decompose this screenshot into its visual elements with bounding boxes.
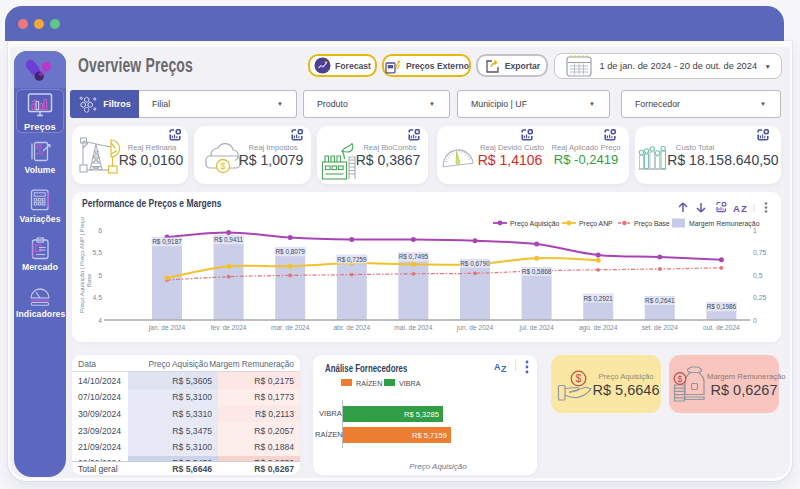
svg-text:$: $ <box>576 372 582 384</box>
svg-text:jun. de 2024: jun. de 2024 <box>456 324 494 332</box>
svg-text:Preço Aquisição | Preço ANP |: Preço Aquisição | Preço ANP | Preço <box>79 216 85 313</box>
svg-text:A: A <box>733 203 740 214</box>
svg-text:jul. de 2024: jul. de 2024 <box>519 324 554 332</box>
svg-text:$: $ <box>678 374 683 384</box>
svg-text:R$ 0,7259: R$ 0,7259 <box>337 256 367 263</box>
svg-text:0,75: 0,75 <box>753 249 766 256</box>
svg-text:Base: Base <box>86 273 92 287</box>
svg-text:Margem Remuneração: Margem Remuneração <box>689 220 760 228</box>
svg-text:R$ 0,2921: R$ 0,2921 <box>583 295 613 302</box>
svg-text:Preço ANP: Preço ANP <box>579 220 613 228</box>
svg-text:0,5: 0,5 <box>753 272 763 279</box>
svg-text:Preço Aquisição: Preço Aquisição <box>510 220 560 228</box>
svg-text:R$ 0,6790: R$ 0,6790 <box>460 260 490 267</box>
svg-text:5: 5 <box>98 272 102 279</box>
svg-text:R$ 0,5868: R$ 0,5868 <box>522 268 552 275</box>
svg-text:1: 1 <box>753 227 757 234</box>
svg-text:mai. de 2024: mai. de 2024 <box>394 324 432 331</box>
svg-text:R$ 0,2641: R$ 0,2641 <box>645 297 675 304</box>
svg-text:4: 4 <box>98 317 102 324</box>
svg-text:fev. de 2024: fev. de 2024 <box>211 324 247 331</box>
svg-text:4,5: 4,5 <box>93 294 103 301</box>
svg-text:Preço Base: Preço Base <box>634 220 670 228</box>
svg-text:R$ 0,8079: R$ 0,8079 <box>275 248 305 255</box>
svg-text:R$ 0,9187: R$ 0,9187 <box>152 238 182 245</box>
svg-text:set. de 2024: set. de 2024 <box>642 324 679 331</box>
svg-text:out. de 2024: out. de 2024 <box>703 324 740 331</box>
svg-text:0: 0 <box>753 317 757 324</box>
svg-text:jan. de 2024: jan. de 2024 <box>148 324 186 332</box>
svg-text:ago. de 2024: ago. de 2024 <box>579 324 618 332</box>
svg-text:R$ 0,9411: R$ 0,9411 <box>214 236 243 243</box>
svg-text:mar. de 2024: mar. de 2024 <box>271 324 310 331</box>
svg-text:$: $ <box>220 161 225 171</box>
svg-text:R$ 0,1986: R$ 0,1986 <box>707 303 737 310</box>
svg-text:Z: Z <box>741 203 747 214</box>
svg-text:abr. de 2024: abr. de 2024 <box>333 324 370 331</box>
svg-text:R$ 0,7495: R$ 0,7495 <box>399 253 429 260</box>
svg-text:5,5: 5,5 <box>93 249 103 256</box>
svg-text:0,25: 0,25 <box>753 294 766 301</box>
svg-text:A: A <box>494 362 501 372</box>
svg-text:6: 6 <box>98 227 102 234</box>
